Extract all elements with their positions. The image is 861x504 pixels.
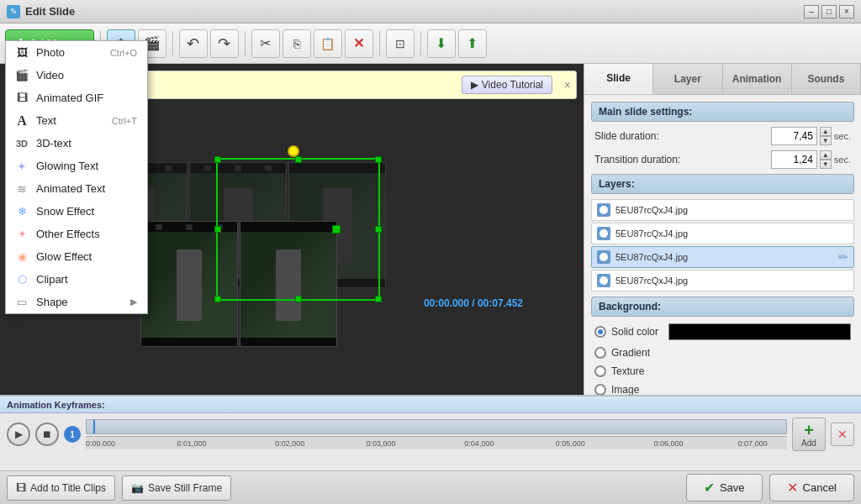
background-header: Background:: [591, 297, 854, 317]
photo-shortcut: Ctrl+O: [110, 48, 137, 58]
layer-item[interactable]: 5EU87rcQxJ4.jpg: [591, 199, 854, 221]
playhead-marker: [93, 420, 95, 433]
corner-handle-tl[interactable]: [214, 156, 221, 163]
cancel-x-icon: ✕: [787, 480, 798, 496]
timeline-track-container: 0:00.000 0:01,000 0:02,000 0:03,000 0:04…: [86, 419, 787, 449]
transition-duration-input[interactable]: [771, 150, 817, 169]
bg-image-label: Image: [611, 384, 639, 395]
tab-layer[interactable]: Layer: [653, 64, 722, 94]
layer-name-2: 5EU87rcQxJ4.jpg: [615, 252, 833, 262]
menu-item-animated-text-label: Animated Text: [36, 182, 105, 195]
corner-handle-mr[interactable]: [375, 226, 382, 233]
save-checkmark-icon: ✔: [704, 480, 715, 496]
bg-texture-radio[interactable]: [594, 365, 606, 377]
selection-box: [216, 158, 380, 301]
stop-button[interactable]: ⏹: [35, 423, 59, 446]
tab-sounds[interactable]: Sounds: [792, 64, 861, 94]
text-icon: A: [14, 113, 29, 129]
corner-handle-br[interactable]: [375, 296, 382, 302]
transition-duration-label: Transition duration:: [594, 154, 771, 165]
slide-duration-increment[interactable]: ▲: [820, 127, 832, 136]
layer-name-3: 5EU87rcQxJ4.jpg: [615, 276, 848, 286]
corner-handle-bl[interactable]: [214, 296, 221, 302]
menu-item-other-effects[interactable]: ✦ Other Effects: [6, 223, 147, 245]
play-icon: ▶: [471, 79, 478, 91]
cut-button[interactable]: ✂: [251, 29, 280, 58]
transition-duration-increment[interactable]: ▲: [820, 150, 832, 160]
ruler-label-6: 0:06,000: [654, 439, 684, 448]
play-button[interactable]: ▶: [7, 423, 30, 446]
menu-item-clipart[interactable]: ⬡ Clipart: [6, 268, 147, 291]
menu-item-glow-effect[interactable]: ◉ Glow Effect: [6, 245, 147, 268]
menu-item-snow-effect[interactable]: ❄ Snow Effect: [6, 200, 147, 223]
menu-item-photo[interactable]: 🖼 Photo Ctrl+O: [6, 41, 147, 64]
transition-duration-unit: sec.: [834, 155, 851, 165]
corner-handle-ml[interactable]: [214, 226, 221, 233]
scissors-icon: ✂: [260, 35, 271, 51]
bg-texture-row: Texture: [591, 364, 854, 379]
save-button[interactable]: ✔ Save: [686, 474, 763, 501]
corner-handle-tr[interactable]: [375, 156, 382, 163]
app-icon: ✎: [7, 5, 20, 18]
toolbar-separator-5: [420, 31, 421, 56]
edit-layer-icon[interactable]: ✏: [838, 250, 848, 264]
resize-icon: ⊡: [395, 37, 405, 50]
save-still-frame-button[interactable]: 📷 Save Still Frame: [122, 475, 231, 501]
layer-item-selected[interactable]: 5EU87rcQxJ4.jpg ✏: [591, 246, 854, 268]
glow-effect-icon: ◉: [14, 249, 29, 265]
delete-button[interactable]: ✕: [345, 29, 373, 58]
center-handle[interactable]: [332, 225, 341, 234]
add-title-clips-button[interactable]: 🎞 Add to Title Clips: [7, 475, 115, 501]
animated-text-icon: ≋: [14, 181, 29, 197]
close-button[interactable]: ×: [839, 5, 854, 18]
corner-handle-tc[interactable]: [295, 156, 302, 163]
tab-animation[interactable]: Animation: [723, 64, 792, 94]
undo-button[interactable]: ↶: [179, 29, 208, 58]
menu-item-animated-gif[interactable]: 🎞 Animated GIF: [6, 87, 147, 109]
bg-image-radio[interactable]: [594, 384, 606, 395]
layer-icon-3: [597, 274, 610, 287]
slide-duration-input[interactable]: [771, 127, 817, 145]
menu-item-glowing-text-label: Glowing Text: [36, 160, 98, 172]
menu-item-photo-label: Photo: [36, 46, 65, 59]
bg-gradient-radio[interactable]: [594, 347, 606, 359]
transition-duration-decrement[interactable]: ▼: [820, 160, 832, 169]
film-icon: 🎞: [16, 482, 26, 494]
gif-icon: 🎞: [14, 91, 29, 106]
resize-button[interactable]: ⊡: [386, 29, 415, 58]
ruler-label-1: 0:01,000: [177, 439, 206, 448]
panel-content: Main slide settings: Slide duration: ▲ ▼…: [584, 95, 861, 395]
menu-item-animated-text[interactable]: ≋ Animated Text: [6, 177, 147, 200]
slide-duration-decrement[interactable]: ▼: [820, 136, 832, 145]
cancel-button[interactable]: ✕ Cancel: [769, 474, 854, 501]
rotation-handle[interactable]: [288, 145, 299, 157]
bg-solid-radio[interactable]: [594, 326, 606, 338]
menu-item-3dtext[interactable]: 3D 3D-text: [6, 132, 147, 155]
timeline-marker-1[interactable]: 1: [64, 426, 81, 443]
minimize-button[interactable]: –: [804, 5, 819, 18]
corner-handle-bc[interactable]: [295, 296, 302, 302]
redo-button[interactable]: ↷: [210, 29, 239, 58]
bg-solid-row: Solid color: [591, 322, 854, 342]
layer-item[interactable]: 5EU87rcQxJ4.jpg: [591, 223, 854, 244]
copy-button[interactable]: ⎘: [283, 29, 311, 58]
menu-item-text[interactable]: A Text Ctrl+T: [6, 109, 147, 132]
camera-icon: 📷: [131, 482, 144, 494]
maximize-button[interactable]: □: [821, 5, 837, 18]
paste-button[interactable]: 📋: [314, 29, 342, 58]
add-clip-button[interactable]: + Add: [792, 417, 826, 451]
info-banner-close-button[interactable]: ×: [564, 78, 571, 92]
menu-item-video[interactable]: 🎬 Video: [6, 64, 147, 87]
ruler-label-2: 0:02,000: [275, 439, 304, 448]
bg-gradient-label: Gradient: [611, 347, 650, 359]
move-up-button[interactable]: ⬆: [458, 29, 487, 58]
solid-color-swatch[interactable]: [668, 323, 851, 340]
timeline-track[interactable]: [86, 419, 787, 434]
layer-item[interactable]: 5EU87rcQxJ4.jpg: [591, 270, 854, 291]
move-down-button[interactable]: ⬇: [427, 29, 456, 58]
tab-slide[interactable]: Slide: [584, 64, 653, 94]
menu-item-glowing-text[interactable]: ✦ Glowing Text: [6, 155, 147, 177]
delete-clip-button[interactable]: ✕: [831, 423, 854, 446]
video-tutorial-button[interactable]: ▶ Video Tutorial: [462, 76, 552, 94]
menu-item-shape[interactable]: ▭ Shape ▶: [6, 291, 147, 313]
